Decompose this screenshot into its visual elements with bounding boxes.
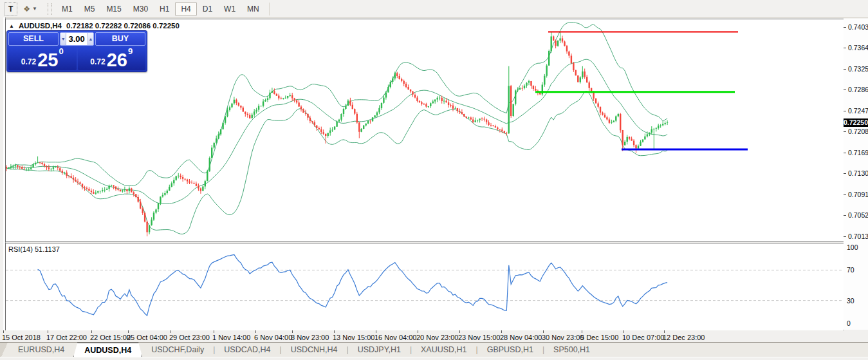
timeframe-button-m5[interactable]: M5 xyxy=(78,2,101,16)
time-tick-label: 8 Nov 23:00 xyxy=(291,334,329,341)
time-tick-label: 30 Nov 23:00 xyxy=(542,334,584,341)
sell-price-prefix: 0.72 xyxy=(21,55,36,68)
timeframe-button-m30[interactable]: M30 xyxy=(127,2,154,16)
objects-icon: ❖ xyxy=(23,5,30,14)
volume-decrease-button[interactable]: ▼ xyxy=(60,33,66,45)
price-tick-label: 0.70130 xyxy=(848,232,868,240)
price-tick-mark xyxy=(844,153,846,153)
rsi-tick-label: 100 xyxy=(847,243,858,251)
tab-audusd-h4[interactable]: AUDUSD,H4 xyxy=(73,343,142,357)
price-tick-mark xyxy=(844,236,846,237)
chart-symbol-label: AUDUSD,H4 xyxy=(19,22,62,30)
collapse-arrow-icon[interactable]: ▲ xyxy=(9,23,14,29)
objects-tool-button[interactable]: ❖ ▼ xyxy=(19,2,42,16)
rsi-indicator-chart[interactable] xyxy=(6,243,843,329)
time-tick-mark xyxy=(582,330,582,333)
timeframe-button-h4[interactable]: H4 xyxy=(175,2,196,16)
price-tick-mark xyxy=(844,69,846,70)
time-tick-mark xyxy=(255,330,256,333)
price-tick-mark xyxy=(844,111,846,111)
price-tick-mark xyxy=(844,215,846,216)
symbol-tab-bar: EURUSD,H4AUDUSD,H4USDCHF,Daily|USDCAD,H4… xyxy=(0,343,868,357)
price-tick-mark xyxy=(844,90,846,90)
sell-price-display[interactable]: 0.72 25 0 xyxy=(8,47,77,70)
chart-ohlc-values: 0.72182 0.72282 0.72086 0.72250 xyxy=(66,22,180,30)
time-tick-label: 25 Oct 04:00 xyxy=(127,334,167,341)
time-tick-label: 17 Oct 22:00 xyxy=(46,334,87,341)
time-tick-mark xyxy=(623,330,624,333)
price-tick-mark xyxy=(844,194,846,195)
time-tick-label: 22 Oct 15:00 xyxy=(90,334,131,341)
tab-usdcnh-h4[interactable]: USDCNH,H4 xyxy=(282,343,347,357)
time-tick-mark xyxy=(664,330,665,333)
price-tick-label: 0.72080 xyxy=(848,128,868,135)
rsi-tick-label: 30 xyxy=(847,297,854,305)
price-tick-mark xyxy=(844,48,846,48)
time-tick-label: 16 Nov 04:00 xyxy=(374,334,416,341)
tab-xauusd-h1[interactable]: XAUUSD,H1 xyxy=(412,343,476,357)
timeframe-button-h1[interactable]: H1 xyxy=(154,2,175,16)
rsi-tick-label: 70 xyxy=(847,266,854,274)
time-tick-mark xyxy=(459,330,460,333)
price-tick-label: 0.72860 xyxy=(848,86,868,93)
tab-eurusd-h4[interactable]: EURUSD,H4 xyxy=(9,343,73,357)
timeframe-button-mn[interactable]: MN xyxy=(241,2,265,16)
sell-price-point: 0 xyxy=(59,47,63,55)
time-axis[interactable]: 15 Oct 201817 Oct 22:0022 Oct 15:0025 Oc… xyxy=(0,330,868,342)
time-tick-label: 15 Oct 2018 xyxy=(2,334,41,341)
timeframe-button-m1[interactable]: M1 xyxy=(56,2,78,16)
price-tick-label: 0.72470 xyxy=(848,107,868,115)
chevron-down-icon: ▼ xyxy=(32,6,37,12)
toolbar-separator xyxy=(269,3,270,15)
time-tick-mark xyxy=(292,330,293,333)
time-tick-mark xyxy=(501,330,502,333)
time-tick-mark xyxy=(48,330,48,333)
status-bar xyxy=(0,357,868,360)
buy-price-display[interactable]: 0.72 26 9 xyxy=(78,47,146,70)
text-tool-button[interactable]: T xyxy=(4,2,17,16)
time-tick-mark xyxy=(418,330,418,333)
time-tick-label: 10 Dec 07:00 xyxy=(622,334,664,341)
top-toolbar: T ❖ ▼ M1M5M15M30H1H4D1W1MN xyxy=(0,0,868,18)
timeframe-button-m15[interactable]: M15 xyxy=(100,2,127,16)
price-tick-label: 0.71690 xyxy=(848,149,868,156)
buy-button[interactable]: BUY xyxy=(95,32,145,46)
volume-input[interactable] xyxy=(66,33,87,45)
rsi-line xyxy=(38,254,668,316)
price-tick-mark xyxy=(844,173,846,174)
volume-increase-button[interactable]: ▲ xyxy=(88,33,93,45)
buy-price-pips: 26 xyxy=(107,52,127,68)
price-tick-label: 0.73250 xyxy=(848,65,868,73)
mt5-window: { "toolbar": { "text_tool": "T", "object… xyxy=(0,0,868,360)
price-tick-label: 0.73640 xyxy=(848,44,868,52)
price-tick-label: 0.74030 xyxy=(848,23,868,31)
time-tick-mark xyxy=(128,330,129,333)
sell-price-pips: 25 xyxy=(37,52,58,68)
time-tick-mark xyxy=(376,330,376,333)
tab-gbpusd-h1[interactable]: GBPUSD,H1 xyxy=(478,343,542,357)
tab-usdcad-h4[interactable]: USDCAD,H4 xyxy=(215,343,279,357)
price-tick-mark xyxy=(844,131,846,132)
timeframe-button-d1[interactable]: D1 xyxy=(197,2,218,16)
price-tick-mark xyxy=(844,27,846,28)
tab-usdchf-daily[interactable]: USDCHF,Daily xyxy=(142,343,213,357)
tab-sp500-h1[interactable]: SP500,H1 xyxy=(544,343,599,357)
time-tick-mark xyxy=(214,330,214,333)
time-tick-mark xyxy=(334,330,335,333)
time-tick-label: 1 Nov 14:00 xyxy=(212,334,250,341)
one-click-trading-panel: SELL ▼ ▲ BUY 0.72 25 0 0.72 26 9 xyxy=(6,30,147,72)
sell-button[interactable]: SELL xyxy=(8,32,59,46)
buy-price-point: 9 xyxy=(128,47,133,55)
time-tick-mark xyxy=(91,330,92,333)
bollinger-lower-band xyxy=(6,91,667,234)
rsi-tick-label: 0 xyxy=(847,319,851,327)
timeframe-button-w1[interactable]: W1 xyxy=(218,2,241,16)
tabbar-corner-notch xyxy=(0,343,9,357)
rsi-indicator-label: RSI(14) 51.1137 xyxy=(8,245,60,253)
time-tick-mark xyxy=(171,330,171,333)
price-tick-label: 0.70910 xyxy=(848,191,868,198)
tab-usdjpy-h1[interactable]: USDJPY,H1 xyxy=(349,343,410,357)
toolbar-grip[interactable] xyxy=(48,3,52,15)
price-tick-label: 0.71300 xyxy=(848,169,868,177)
time-tick-label: 28 Nov 04:00 xyxy=(500,334,542,341)
